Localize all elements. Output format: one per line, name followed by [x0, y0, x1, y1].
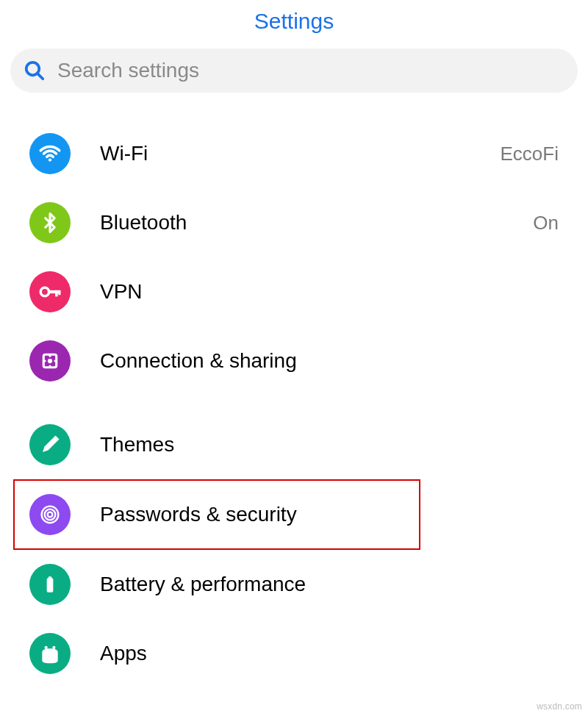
svg-rect-5	[55, 290, 58, 297]
row-label: Themes	[100, 433, 566, 457]
apps-icon	[29, 633, 71, 674]
row-passwords-security[interactable]: Passwords & security	[13, 479, 420, 550]
row-connection-sharing[interactable]: Connection & sharing	[0, 326, 588, 395]
settings-list: Wi-Fi EccoFi Bluetooth On VPN	[0, 107, 588, 688]
svg-point-9	[49, 355, 51, 357]
row-label: Connection & sharing	[100, 349, 566, 373]
row-value: EccoFi	[501, 143, 559, 165]
connection-sharing-icon	[29, 340, 71, 382]
svg-point-12	[54, 360, 56, 362]
svg-point-14	[45, 509, 56, 520]
vpn-icon	[29, 271, 71, 312]
page-header: Settings	[0, 0, 588, 49]
wifi-icon	[29, 133, 71, 174]
row-label: Wi-Fi	[100, 142, 471, 165]
search-input[interactable]	[57, 59, 564, 82]
row-label: Battery & performance	[100, 573, 566, 596]
svg-rect-16	[47, 578, 54, 593]
themes-icon	[29, 424, 71, 465]
row-label: VPN	[100, 280, 566, 304]
row-battery-performance[interactable]: Battery & performance	[0, 550, 588, 619]
svg-point-2	[49, 158, 51, 161]
svg-point-13	[48, 512, 53, 518]
search-icon	[24, 60, 46, 82]
page-title: Settings	[0, 9, 588, 34]
row-themes[interactable]: Themes	[0, 410, 588, 479]
row-label: Apps	[100, 642, 566, 665]
svg-point-10	[49, 365, 51, 367]
row-bluetooth[interactable]: Bluetooth On	[0, 188, 588, 257]
battery-icon	[29, 564, 71, 605]
row-value: On	[533, 212, 559, 235]
svg-point-11	[44, 360, 46, 362]
svg-point-18	[45, 646, 48, 649]
row-wifi[interactable]: Wi-Fi EccoFi	[0, 119, 588, 188]
row-label: Passwords & security	[100, 503, 397, 526]
svg-point-19	[52, 646, 55, 649]
svg-point-8	[48, 359, 52, 363]
svg-line-1	[37, 74, 43, 79]
row-apps[interactable]: Apps	[0, 619, 588, 688]
row-label: Bluetooth	[100, 211, 503, 235]
watermark: wsxdn.com	[537, 701, 582, 712]
fingerprint-icon	[29, 494, 71, 535]
svg-rect-17	[49, 576, 51, 579]
svg-rect-6	[58, 290, 60, 295]
svg-point-3	[40, 287, 49, 296]
bluetooth-icon	[29, 202, 71, 243]
row-vpn[interactable]: VPN	[0, 257, 588, 326]
search-bar[interactable]	[10, 49, 578, 93]
